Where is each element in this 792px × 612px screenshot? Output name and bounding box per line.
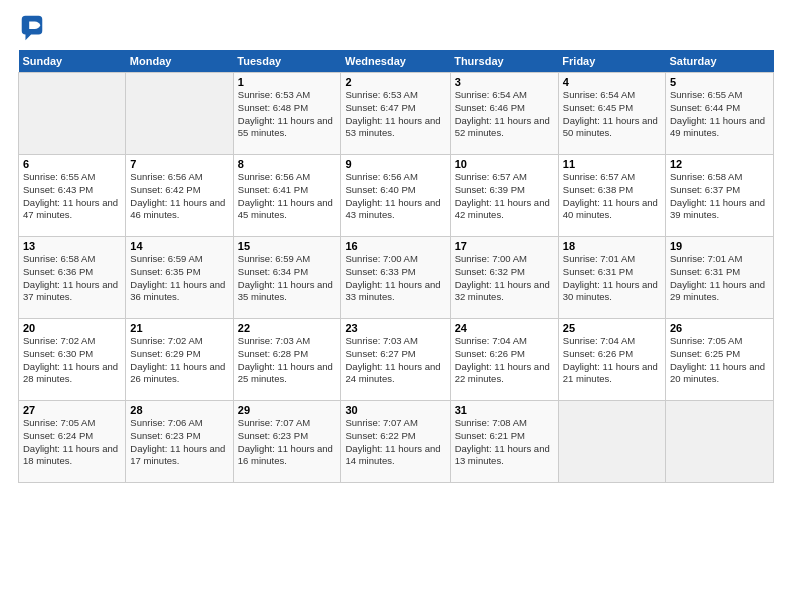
day-cell: 25Sunrise: 7:04 AM Sunset: 6:26 PM Dayli… [558, 319, 665, 401]
day-cell: 2Sunrise: 6:53 AM Sunset: 6:47 PM Daylig… [341, 73, 450, 155]
day-number: 20 [23, 322, 121, 334]
day-number: 16 [345, 240, 445, 252]
day-number: 25 [563, 322, 661, 334]
day-number: 1 [238, 76, 337, 88]
day-cell: 3Sunrise: 6:54 AM Sunset: 6:46 PM Daylig… [450, 73, 558, 155]
day-cell: 19Sunrise: 7:01 AM Sunset: 6:31 PM Dayli… [666, 237, 774, 319]
weekday-header-thursday: Thursday [450, 50, 558, 73]
week-row-5: 27Sunrise: 7:05 AM Sunset: 6:24 PM Dayli… [19, 401, 774, 483]
day-cell: 8Sunrise: 6:56 AM Sunset: 6:41 PM Daylig… [233, 155, 341, 237]
day-cell: 30Sunrise: 7:07 AM Sunset: 6:22 PM Dayli… [341, 401, 450, 483]
day-number: 21 [130, 322, 228, 334]
day-cell: 16Sunrise: 7:00 AM Sunset: 6:33 PM Dayli… [341, 237, 450, 319]
day-cell: 24Sunrise: 7:04 AM Sunset: 6:26 PM Dayli… [450, 319, 558, 401]
day-cell: 6Sunrise: 6:55 AM Sunset: 6:43 PM Daylig… [19, 155, 126, 237]
day-number: 26 [670, 322, 769, 334]
weekday-header-tuesday: Tuesday [233, 50, 341, 73]
day-cell: 29Sunrise: 7:07 AM Sunset: 6:23 PM Dayli… [233, 401, 341, 483]
day-info: Sunrise: 6:57 AM Sunset: 6:38 PM Dayligh… [563, 171, 661, 222]
day-cell: 5Sunrise: 6:55 AM Sunset: 6:44 PM Daylig… [666, 73, 774, 155]
day-number: 28 [130, 404, 228, 416]
day-number: 2 [345, 76, 445, 88]
week-row-3: 13Sunrise: 6:58 AM Sunset: 6:36 PM Dayli… [19, 237, 774, 319]
day-number: 15 [238, 240, 337, 252]
header [18, 14, 774, 42]
day-number: 22 [238, 322, 337, 334]
day-cell: 22Sunrise: 7:03 AM Sunset: 6:28 PM Dayli… [233, 319, 341, 401]
day-number: 23 [345, 322, 445, 334]
day-info: Sunrise: 7:05 AM Sunset: 6:24 PM Dayligh… [23, 417, 121, 468]
weekday-header-saturday: Saturday [666, 50, 774, 73]
day-number: 9 [345, 158, 445, 170]
day-number: 5 [670, 76, 769, 88]
day-number: 30 [345, 404, 445, 416]
day-info: Sunrise: 7:00 AM Sunset: 6:33 PM Dayligh… [345, 253, 445, 304]
day-cell: 31Sunrise: 7:08 AM Sunset: 6:21 PM Dayli… [450, 401, 558, 483]
day-cell: 17Sunrise: 7:00 AM Sunset: 6:32 PM Dayli… [450, 237, 558, 319]
day-info: Sunrise: 7:05 AM Sunset: 6:25 PM Dayligh… [670, 335, 769, 386]
logo [18, 14, 50, 42]
day-cell [666, 401, 774, 483]
day-info: Sunrise: 6:58 AM Sunset: 6:37 PM Dayligh… [670, 171, 769, 222]
day-cell: 21Sunrise: 7:02 AM Sunset: 6:29 PM Dayli… [126, 319, 233, 401]
day-number: 8 [238, 158, 337, 170]
day-number: 24 [455, 322, 554, 334]
day-cell: 11Sunrise: 6:57 AM Sunset: 6:38 PM Dayli… [558, 155, 665, 237]
day-number: 10 [455, 158, 554, 170]
day-info: Sunrise: 6:53 AM Sunset: 6:47 PM Dayligh… [345, 89, 445, 140]
day-cell: 4Sunrise: 6:54 AM Sunset: 6:45 PM Daylig… [558, 73, 665, 155]
day-number: 17 [455, 240, 554, 252]
weekday-header-wednesday: Wednesday [341, 50, 450, 73]
day-cell: 18Sunrise: 7:01 AM Sunset: 6:31 PM Dayli… [558, 237, 665, 319]
day-cell: 14Sunrise: 6:59 AM Sunset: 6:35 PM Dayli… [126, 237, 233, 319]
week-row-4: 20Sunrise: 7:02 AM Sunset: 6:30 PM Dayli… [19, 319, 774, 401]
day-number: 31 [455, 404, 554, 416]
day-info: Sunrise: 7:00 AM Sunset: 6:32 PM Dayligh… [455, 253, 554, 304]
calendar-header: SundayMondayTuesdayWednesdayThursdayFrid… [19, 50, 774, 73]
day-cell: 28Sunrise: 7:06 AM Sunset: 6:23 PM Dayli… [126, 401, 233, 483]
day-info: Sunrise: 6:55 AM Sunset: 6:44 PM Dayligh… [670, 89, 769, 140]
day-info: Sunrise: 6:54 AM Sunset: 6:46 PM Dayligh… [455, 89, 554, 140]
weekday-header-sunday: Sunday [19, 50, 126, 73]
day-cell: 15Sunrise: 6:59 AM Sunset: 6:34 PM Dayli… [233, 237, 341, 319]
day-cell [126, 73, 233, 155]
day-number: 11 [563, 158, 661, 170]
day-cell: 27Sunrise: 7:05 AM Sunset: 6:24 PM Dayli… [19, 401, 126, 483]
weekday-header-row: SundayMondayTuesdayWednesdayThursdayFrid… [19, 50, 774, 73]
day-cell: 10Sunrise: 6:57 AM Sunset: 6:39 PM Dayli… [450, 155, 558, 237]
day-number: 4 [563, 76, 661, 88]
day-number: 12 [670, 158, 769, 170]
day-info: Sunrise: 6:59 AM Sunset: 6:35 PM Dayligh… [130, 253, 228, 304]
day-info: Sunrise: 6:56 AM Sunset: 6:41 PM Dayligh… [238, 171, 337, 222]
week-row-1: 1Sunrise: 6:53 AM Sunset: 6:48 PM Daylig… [19, 73, 774, 155]
day-info: Sunrise: 6:55 AM Sunset: 6:43 PM Dayligh… [23, 171, 121, 222]
logo-icon [18, 14, 46, 42]
day-cell: 26Sunrise: 7:05 AM Sunset: 6:25 PM Dayli… [666, 319, 774, 401]
calendar-table: SundayMondayTuesdayWednesdayThursdayFrid… [18, 50, 774, 483]
week-row-2: 6Sunrise: 6:55 AM Sunset: 6:43 PM Daylig… [19, 155, 774, 237]
day-cell: 7Sunrise: 6:56 AM Sunset: 6:42 PM Daylig… [126, 155, 233, 237]
calendar-body: 1Sunrise: 6:53 AM Sunset: 6:48 PM Daylig… [19, 73, 774, 483]
day-info: Sunrise: 7:04 AM Sunset: 6:26 PM Dayligh… [455, 335, 554, 386]
day-info: Sunrise: 6:56 AM Sunset: 6:42 PM Dayligh… [130, 171, 228, 222]
day-info: Sunrise: 7:02 AM Sunset: 6:30 PM Dayligh… [23, 335, 121, 386]
day-number: 13 [23, 240, 121, 252]
weekday-header-monday: Monday [126, 50, 233, 73]
day-cell: 20Sunrise: 7:02 AM Sunset: 6:30 PM Dayli… [19, 319, 126, 401]
day-cell [558, 401, 665, 483]
day-info: Sunrise: 6:53 AM Sunset: 6:48 PM Dayligh… [238, 89, 337, 140]
day-number: 29 [238, 404, 337, 416]
day-cell [19, 73, 126, 155]
day-info: Sunrise: 7:06 AM Sunset: 6:23 PM Dayligh… [130, 417, 228, 468]
day-cell: 23Sunrise: 7:03 AM Sunset: 6:27 PM Dayli… [341, 319, 450, 401]
day-number: 7 [130, 158, 228, 170]
day-info: Sunrise: 6:57 AM Sunset: 6:39 PM Dayligh… [455, 171, 554, 222]
day-cell: 12Sunrise: 6:58 AM Sunset: 6:37 PM Dayli… [666, 155, 774, 237]
day-info: Sunrise: 7:08 AM Sunset: 6:21 PM Dayligh… [455, 417, 554, 468]
day-number: 18 [563, 240, 661, 252]
day-info: Sunrise: 6:58 AM Sunset: 6:36 PM Dayligh… [23, 253, 121, 304]
day-info: Sunrise: 7:03 AM Sunset: 6:28 PM Dayligh… [238, 335, 337, 386]
day-info: Sunrise: 7:01 AM Sunset: 6:31 PM Dayligh… [563, 253, 661, 304]
day-number: 3 [455, 76, 554, 88]
day-number: 6 [23, 158, 121, 170]
